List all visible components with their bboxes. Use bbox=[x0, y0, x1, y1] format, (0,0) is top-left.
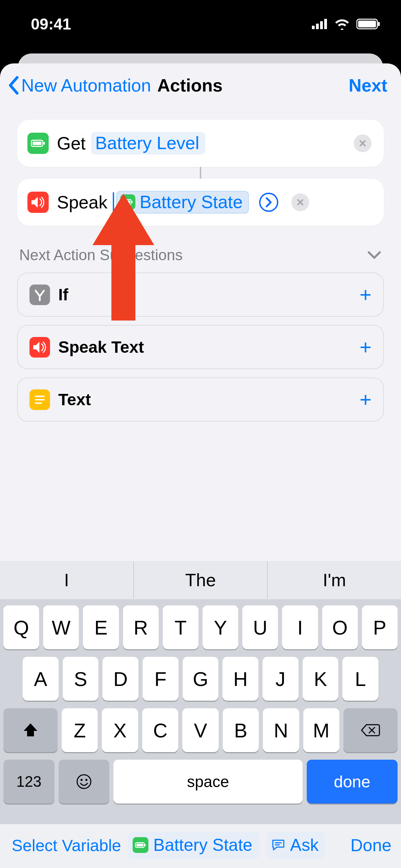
expand-action-button[interactable] bbox=[259, 193, 278, 212]
key-a[interactable]: A bbox=[23, 657, 59, 701]
nav-header: New Automation Actions Next bbox=[0, 63, 401, 106]
svg-rect-20 bbox=[275, 844, 280, 845]
select-variable-button[interactable]: Select Variable bbox=[12, 836, 121, 855]
actions-list: Get Battery Level Speak bbox=[0, 106, 401, 430]
suggestion-label: Speak Text bbox=[58, 338, 144, 357]
svg-rect-6 bbox=[378, 22, 380, 26]
token-label: Battery State bbox=[139, 192, 243, 212]
chevron-down-icon bbox=[367, 250, 382, 260]
variable-token-battery-state[interactable]: Battery State bbox=[116, 191, 249, 214]
delete-action-button[interactable] bbox=[354, 134, 372, 152]
key-j[interactable]: J bbox=[263, 657, 299, 701]
svg-rect-17 bbox=[136, 844, 143, 846]
key-k[interactable]: K bbox=[303, 657, 339, 701]
key-m[interactable]: M bbox=[303, 708, 339, 752]
key-i[interactable]: I bbox=[282, 605, 318, 649]
add-suggestion-button[interactable]: + bbox=[360, 283, 372, 306]
key-h[interactable]: H bbox=[222, 657, 258, 701]
key-emoji[interactable] bbox=[59, 760, 110, 804]
emoji-icon bbox=[76, 773, 92, 790]
key-w[interactable]: W bbox=[43, 605, 79, 649]
speaker-icon bbox=[29, 337, 50, 358]
back-label: New Automation bbox=[21, 75, 151, 96]
svg-rect-14 bbox=[35, 399, 45, 400]
svg-point-23 bbox=[85, 779, 87, 781]
suggestion-text[interactable]: Text + bbox=[17, 377, 384, 422]
delete-action-button[interactable] bbox=[291, 193, 309, 211]
svg-rect-1 bbox=[316, 24, 319, 29]
key-r[interactable]: R bbox=[123, 605, 159, 649]
key-e[interactable]: E bbox=[83, 605, 119, 649]
key-f[interactable]: F bbox=[143, 657, 179, 701]
suggestions-header-label: Next Action Suggestions bbox=[19, 246, 183, 264]
status-bar: 09:41 bbox=[0, 0, 401, 48]
back-button[interactable]: New Automation bbox=[8, 75, 151, 96]
key-space[interactable]: space bbox=[113, 760, 303, 804]
svg-rect-0 bbox=[312, 26, 315, 29]
input-accessory-bar: Select Variable Battery State Ask Done bbox=[0, 824, 401, 868]
accessory-done-button[interactable]: Done bbox=[350, 835, 391, 855]
prediction-2[interactable]: The bbox=[134, 562, 268, 599]
prediction-bar: I The I'm bbox=[0, 561, 401, 599]
close-icon bbox=[296, 198, 304, 206]
svg-rect-5 bbox=[358, 21, 376, 27]
add-suggestion-button[interactable]: + bbox=[360, 335, 372, 359]
suggestions-header[interactable]: Next Action Suggestions bbox=[17, 226, 384, 273]
key-g[interactable]: G bbox=[183, 657, 219, 701]
battery-status-icon bbox=[356, 18, 380, 30]
page-title: Actions bbox=[157, 75, 223, 96]
variable-token-battery-level[interactable]: Battery Level bbox=[91, 132, 206, 155]
prediction-3[interactable]: I'm bbox=[268, 562, 401, 599]
key-u[interactable]: U bbox=[242, 605, 278, 649]
variable-chip-battery-state[interactable]: Battery State bbox=[128, 832, 260, 859]
token-label: Battery Level bbox=[95, 133, 199, 153]
action-connector bbox=[200, 167, 201, 179]
add-suggestion-button[interactable]: + bbox=[360, 388, 372, 411]
cellular-icon bbox=[312, 19, 328, 29]
svg-rect-18 bbox=[145, 844, 146, 846]
key-x[interactable]: X bbox=[102, 708, 138, 752]
action-verb: Speak bbox=[57, 192, 107, 213]
key-p[interactable]: P bbox=[362, 605, 398, 649]
key-shift[interactable] bbox=[3, 708, 58, 752]
key-y[interactable]: Y bbox=[203, 605, 238, 649]
chevron-right-icon bbox=[265, 197, 272, 207]
chip-label: Battery State bbox=[153, 835, 252, 855]
battery-icon bbox=[120, 194, 135, 209]
variable-chip-ask[interactable]: Ask bbox=[267, 832, 325, 859]
key-t[interactable]: T bbox=[163, 605, 198, 649]
next-button[interactable]: Next bbox=[349, 75, 387, 96]
key-q[interactable]: Q bbox=[3, 605, 39, 649]
suggestion-label: If bbox=[58, 285, 68, 304]
suggestion-speak-text[interactable]: Speak Text + bbox=[17, 325, 384, 369]
text-cursor bbox=[113, 192, 114, 212]
prediction-1[interactable]: I bbox=[0, 562, 134, 599]
svg-rect-12 bbox=[132, 201, 133, 203]
key-z[interactable]: Z bbox=[62, 708, 98, 752]
key-c[interactable]: C bbox=[142, 708, 178, 752]
svg-point-22 bbox=[81, 779, 83, 781]
action-get-battery-level[interactable]: Get Battery Level bbox=[17, 120, 384, 167]
key-o[interactable]: O bbox=[322, 605, 358, 649]
svg-rect-3 bbox=[324, 19, 327, 29]
suggestion-if[interactable]: If + bbox=[17, 273, 384, 317]
key-b[interactable]: B bbox=[223, 708, 259, 752]
close-icon bbox=[359, 140, 366, 147]
key-backspace[interactable] bbox=[343, 708, 398, 752]
key-l[interactable]: L bbox=[342, 657, 378, 701]
action-speak-text[interactable]: Speak Battery State bbox=[17, 179, 384, 226]
key-s[interactable]: S bbox=[63, 657, 99, 701]
backspace-icon bbox=[361, 723, 380, 737]
suggestion-label: Text bbox=[58, 390, 91, 409]
key-v[interactable]: V bbox=[182, 708, 218, 752]
key-done[interactable]: done bbox=[307, 760, 398, 804]
svg-rect-2 bbox=[320, 21, 323, 29]
svg-rect-13 bbox=[35, 396, 45, 397]
key-n[interactable]: N bbox=[263, 708, 299, 752]
chip-label: Ask bbox=[290, 835, 318, 855]
svg-rect-15 bbox=[35, 402, 42, 404]
key-d[interactable]: D bbox=[102, 657, 138, 701]
key-numbers[interactable]: 123 bbox=[3, 760, 54, 804]
branch-icon bbox=[29, 285, 50, 305]
keyboard: I The I'm Q W E R T Y U I O P A S D F bbox=[0, 561, 401, 862]
